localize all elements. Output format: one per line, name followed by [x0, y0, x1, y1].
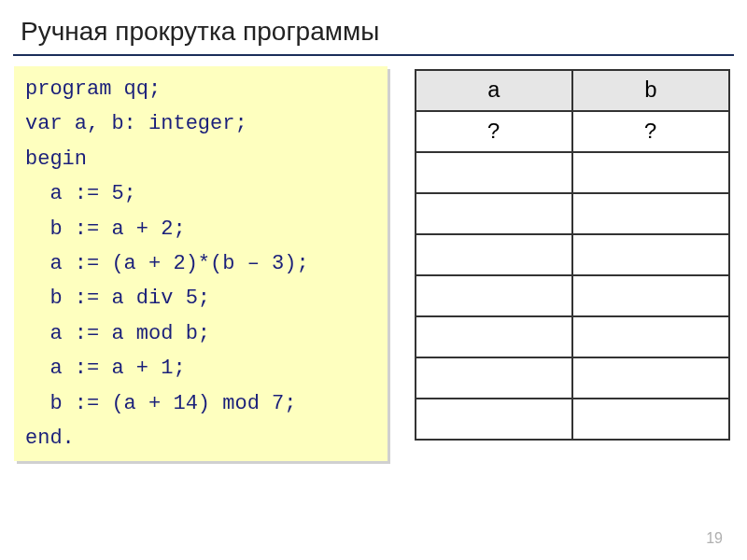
cell — [572, 316, 729, 357]
cell: ? — [572, 111, 729, 152]
code-line: program qq; — [25, 77, 161, 101]
cell — [416, 399, 572, 440]
table-row — [416, 193, 729, 234]
table-row — [416, 275, 729, 316]
code-line: begin — [25, 147, 87, 171]
trace-table-wrap: a b ? ? — [415, 69, 730, 441]
content-area: program qq; var a, b: integer; begin a :… — [0, 69, 747, 464]
col-header-a: a — [416, 70, 572, 111]
cell — [572, 152, 729, 193]
table-header-row: a b — [416, 70, 729, 111]
code-line: a := a mod b; — [25, 322, 210, 345]
code-line: var a, b: integer; — [25, 112, 247, 135]
cell — [572, 193, 729, 234]
code-line: b := a + 2; — [25, 217, 186, 241]
cell — [416, 193, 572, 234]
col-header-b: b — [572, 70, 729, 111]
code-line: a := a + 1; — [25, 357, 186, 380]
cell — [416, 357, 572, 399]
code-line: b := a div 5; — [25, 287, 210, 310]
cell — [416, 275, 572, 316]
code-frame: program qq; var a, b: integer; begin a :… — [17, 69, 390, 464]
cell — [572, 399, 729, 440]
table-row — [416, 399, 729, 440]
cell — [572, 357, 729, 399]
table-row — [416, 316, 729, 357]
code-block: program qq; var a, b: integer; begin a :… — [14, 66, 388, 461]
code-line: a := 5; — [25, 182, 136, 205]
table-row: ? ? — [416, 111, 729, 152]
table-row — [416, 152, 729, 193]
code-line: a := (a + 2)*(b – 3); — [25, 252, 309, 275]
cell — [416, 152, 572, 193]
trace-table: a b ? ? — [415, 69, 730, 441]
cell — [416, 316, 572, 357]
page-number: 19 — [706, 530, 723, 547]
code-line: b := (a + 14) mod 7; — [25, 392, 296, 415]
cell — [572, 275, 729, 316]
cell — [416, 234, 572, 275]
table-row — [416, 234, 729, 275]
table-row — [416, 357, 729, 399]
code-line: end. — [25, 427, 75, 450]
slide-title: Ручная прокрутка программы — [0, 0, 747, 54]
cell: ? — [416, 111, 572, 152]
title-rule — [13, 54, 734, 56]
cell — [572, 234, 729, 275]
